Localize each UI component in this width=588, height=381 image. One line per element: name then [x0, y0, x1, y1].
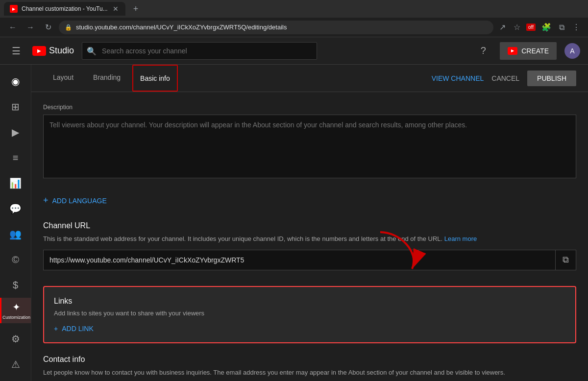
sidebar-item-monetization[interactable]: $: [0, 272, 31, 298]
monetization-icon: $: [13, 280, 18, 291]
sidebar-item-comments[interactable]: 💬: [0, 196, 31, 221]
sidebar: ◉ ⊞ ▶ ≡ 📊 💬 👥 © $: [0, 65, 31, 381]
create-icon: [508, 47, 517, 55]
search-icon: 🔍: [87, 46, 97, 55]
channel-url-section: Channel URL This is the standard web add…: [43, 221, 576, 270]
tab-layout[interactable]: Layout: [43, 65, 83, 92]
header-right: ? CREATE A: [474, 42, 580, 60]
dashboard-icon: ⊞: [11, 101, 20, 113]
sidebar-item-feedback[interactable]: ⚠: [0, 352, 31, 377]
tab-basic-info[interactable]: Basic info: [132, 65, 178, 92]
new-tab-button[interactable]: +: [129, 2, 143, 16]
reload-button[interactable]: ↻: [41, 21, 55, 34]
app-header: ☰ Studio 🔍 ? CREATE A: [0, 37, 588, 65]
analytics-icon: 📊: [9, 177, 22, 189]
sidebar-item-content[interactable]: ▶: [0, 119, 31, 145]
add-link-button[interactable]: + ADD LINK: [54, 325, 565, 333]
tab-nav-left: Layout Branding Basic info: [43, 65, 180, 92]
links-section: Links Add links to sites you want to sha…: [43, 286, 576, 343]
add-language-label: ADD LANGUAGE: [52, 197, 107, 205]
channel-url-title: Channel URL: [43, 221, 576, 230]
extension-off-icon: off: [526, 24, 536, 31]
community-icon: 👥: [9, 228, 22, 240]
search-container: 🔍: [82, 42, 317, 60]
add-link-label: ADD LINK: [62, 325, 94, 333]
tab-close-button[interactable]: ✕: [112, 4, 120, 14]
lock-icon: 🔒: [65, 24, 72, 31]
content-icon: ▶: [12, 126, 19, 138]
split-view-button[interactable]: ⧉: [557, 21, 566, 34]
url-field: ⧉: [43, 250, 576, 270]
sidebar-item-channel[interactable]: ◉: [0, 69, 31, 94]
channel-icon: ◉: [11, 75, 20, 87]
menu-button[interactable]: ⋮: [570, 21, 582, 34]
studio-label: Studio: [49, 46, 74, 56]
links-title: Links: [54, 297, 565, 306]
settings-icon: ⚙: [11, 333, 20, 345]
customization-label: Customization: [2, 315, 30, 320]
youtube-logo[interactable]: Studio: [32, 46, 74, 56]
cancel-button[interactable]: CANCEL: [491, 74, 519, 82]
help-button[interactable]: ?: [474, 42, 492, 60]
back-button[interactable]: ←: [6, 21, 20, 34]
contact-info-desc: Let people know how to contact you with …: [43, 368, 576, 378]
feedback-icon: ⚠: [11, 358, 20, 370]
address-text: studio.youtube.com/channel/UCvY_iICkXoZY…: [76, 24, 287, 31]
add-language-button[interactable]: + ADD LANGUAGE: [43, 195, 576, 206]
publish-button[interactable]: PUBLISH: [527, 71, 576, 86]
hamburger-menu[interactable]: ☰: [8, 41, 24, 61]
sidebar-item-customization[interactable]: ✦ Customization: [0, 298, 31, 323]
sidebar-item-community[interactable]: 👥: [0, 221, 31, 247]
sidebar-item-playlists[interactable]: ≡: [0, 145, 31, 170]
sidebar-item-analytics[interactable]: 📊: [0, 170, 31, 196]
forward-button[interactable]: →: [24, 21, 37, 34]
tab-nav: Layout Branding Basic info VIEW CHANNEL …: [31, 65, 588, 92]
comments-icon: 💬: [9, 203, 22, 214]
playlists-icon: ≡: [13, 152, 19, 164]
customization-icon: ✦: [12, 301, 21, 313]
learn-more-link[interactable]: Learn more: [444, 235, 477, 242]
create-button[interactable]: CREATE: [500, 42, 557, 60]
sidebar-item-settings[interactable]: ⚙: [0, 326, 31, 352]
tab-branding[interactable]: Branding: [83, 65, 130, 92]
tab-favicon: [10, 5, 18, 13]
copyright-icon: ©: [12, 254, 19, 265]
add-link-icon: +: [54, 325, 58, 333]
tab-nav-right: VIEW CHANNEL CANCEL PUBLISH: [432, 71, 576, 86]
links-desc: Add links to sites you want to share wit…: [54, 310, 565, 317]
avatar[interactable]: A: [564, 43, 580, 59]
extensions-button[interactable]: 🧩: [539, 21, 553, 34]
scroll-content: Description + ADD LANGUAGE Channel URL T…: [31, 92, 588, 381]
description-section: Description: [43, 104, 576, 180]
contact-info-title: Contact info: [43, 355, 576, 364]
channel-url-input[interactable]: [43, 250, 556, 270]
description-textarea[interactable]: [43, 115, 576, 178]
add-language-icon: +: [43, 195, 49, 206]
sidebar-item-copyright[interactable]: ©: [0, 247, 31, 272]
copy-icon: ⧉: [563, 255, 569, 265]
copy-url-button[interactable]: ⧉: [556, 250, 576, 270]
address-bar[interactable]: 🔒 studio.youtube.com/channel/UCvY_iICkXo…: [59, 21, 493, 34]
tab-title: Channel customization - YouTu...: [22, 5, 108, 12]
channel-url-desc: This is the standard web address for you…: [43, 234, 576, 244]
contact-info-section: Contact info Let people know how to cont…: [43, 355, 576, 378]
bookmark-button[interactable]: ☆: [512, 21, 522, 34]
view-channel-button[interactable]: VIEW CHANNEL: [432, 74, 484, 82]
share-button[interactable]: ↗: [497, 21, 508, 34]
description-label: Description: [43, 104, 576, 111]
create-label: CREATE: [521, 47, 549, 55]
search-input[interactable]: [82, 42, 317, 60]
youtube-icon: [32, 46, 46, 56]
browser-tab[interactable]: Channel customization - YouTu... ✕: [4, 2, 125, 16]
sidebar-item-dashboard[interactable]: ⊞: [0, 94, 31, 119]
